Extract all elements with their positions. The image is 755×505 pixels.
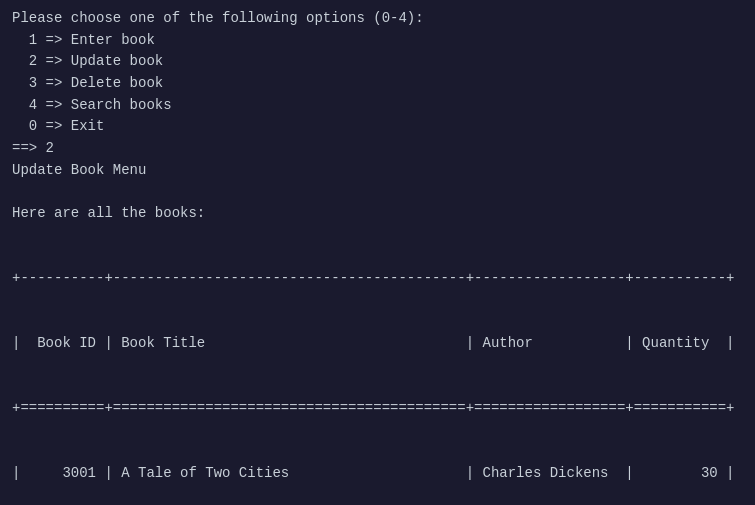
option1-line: 1 => Enter book	[12, 30, 743, 52]
books-table: +----------+----------------------------…	[12, 225, 743, 505]
user-input-line: ==> 2	[12, 138, 743, 160]
option0-line: 0 => Exit	[12, 116, 743, 138]
table-header-row: | Book ID | Book Title | Author | Quanti…	[12, 333, 743, 355]
table-border-top: +----------+----------------------------…	[12, 268, 743, 290]
header-line: Please choose one of the following optio…	[12, 8, 743, 30]
table-row-1: | 3001 | A Tale of Two Cities | Charles …	[12, 463, 743, 485]
option2-line: 2 => Update book	[12, 51, 743, 73]
terminal: Please choose one of the following optio…	[12, 8, 743, 505]
option4-line: 4 => Search books	[12, 95, 743, 117]
blank-line	[12, 182, 743, 204]
table-header-sep: +==========+============================…	[12, 398, 743, 420]
option3-line: 3 => Delete book	[12, 73, 743, 95]
books-header-line: Here are all the books:	[12, 203, 743, 225]
update-menu-line: Update Book Menu	[12, 160, 743, 182]
